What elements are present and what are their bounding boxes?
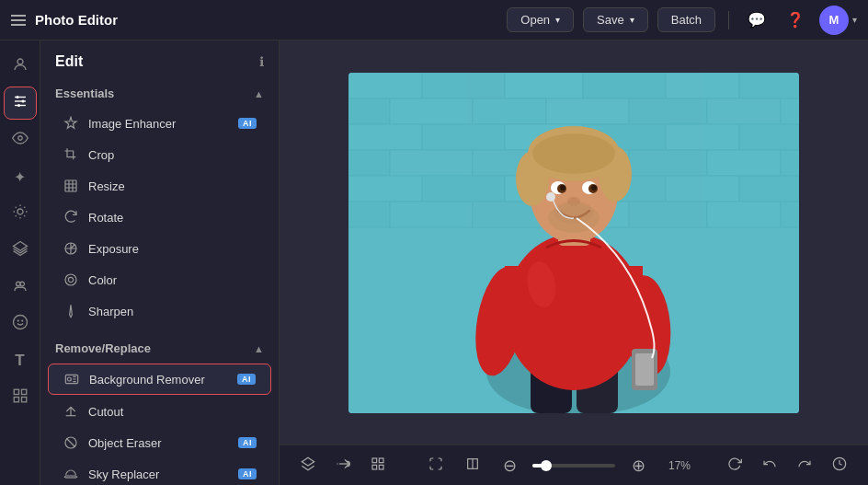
zoom-in-button[interactable]: ⊕	[624, 452, 652, 479]
svg-rect-18	[14, 398, 18, 402]
essentials-section-header[interactable]: Essentials ▲	[40, 79, 279, 108]
icon-bar-text-button[interactable]: T	[4, 344, 37, 377]
crop-icon	[63, 147, 79, 162]
save-chevron-icon: ▾	[630, 15, 634, 25]
batch-label: Batch	[671, 13, 702, 27]
sky-replacer-icon	[63, 467, 79, 481]
zoom-out-button[interactable]: ⊖	[496, 452, 523, 479]
svg-point-21	[65, 274, 76, 285]
svg-rect-62	[348, 202, 390, 227]
object-eraser-item[interactable]: Object Eraser AI	[48, 428, 271, 457]
resize-item[interactable]: Resize	[48, 171, 271, 201]
svg-rect-35	[739, 73, 799, 98]
history-button[interactable]	[826, 452, 853, 479]
person-icon	[12, 56, 29, 76]
svg-point-5	[21, 100, 24, 103]
menu-icon[interactable]	[11, 15, 26, 26]
expand-button[interactable]	[422, 452, 450, 479]
chat-icon-button[interactable]: 💬	[742, 6, 771, 35]
crop-item[interactable]: Crop	[48, 140, 271, 169]
object-eraser-icon	[63, 435, 79, 450]
icon-bar-layers-button[interactable]	[4, 234, 37, 267]
refresh-button[interactable]	[721, 452, 748, 479]
icon-bar-export-button[interactable]	[4, 381, 37, 414]
icon-bar-eye-button[interactable]	[4, 123, 37, 156]
sharpen-item[interactable]: Sharpen	[48, 296, 271, 326]
icon-bar-effects-button[interactable]	[4, 197, 37, 230]
batch-button[interactable]: Batch	[657, 7, 715, 32]
sky-replacer-item[interactable]: Sky Replacer AI	[48, 459, 271, 485]
resize-label: Resize	[88, 179, 257, 193]
exposure-item[interactable]: Exposure	[48, 234, 271, 263]
icon-bar-person-button[interactable]	[4, 50, 37, 83]
svg-rect-32	[505, 73, 583, 98]
icon-bar-sparkle-button[interactable]: ✦	[4, 160, 37, 193]
svg-rect-17	[21, 398, 26, 402]
save-label: Save	[597, 13, 624, 27]
effects-icon	[12, 203, 29, 224]
canvas-area: ⊖ ⊕ 17%	[280, 40, 868, 485]
svg-rect-67	[707, 202, 781, 227]
svg-rect-100	[379, 465, 383, 469]
zoom-slider[interactable]	[532, 464, 615, 468]
open-chevron-icon: ▾	[555, 15, 560, 25]
canvas-image	[348, 73, 799, 413]
share-toolbar-button[interactable]	[329, 452, 357, 479]
help-icon-button[interactable]: ❓	[781, 6, 810, 35]
grid-toolbar-icon	[371, 456, 385, 474]
info-icon[interactable]: ℹ	[259, 54, 264, 69]
open-button[interactable]: Open ▾	[507, 7, 574, 32]
bottom-toolbar-left	[294, 452, 392, 479]
remove-replace-label: Remove/Replace	[55, 341, 151, 355]
icon-bar-face-button[interactable]	[4, 307, 37, 341]
svg-rect-40	[629, 98, 707, 124]
side-panel: Edit ℹ Essentials ▲ Image Enhancer AI Cr	[40, 40, 280, 485]
export-icon	[12, 387, 29, 408]
icon-bar-adjustments-button[interactable]	[4, 87, 37, 120]
open-label: Open	[520, 13, 550, 27]
background-remover-label: Background Remover	[89, 373, 228, 387]
face-icon	[12, 314, 29, 334]
avatar: M	[819, 6, 849, 35]
zoom-thumb[interactable]	[541, 460, 552, 471]
svg-rect-49	[348, 150, 390, 176]
icon-bar-group-button[interactable]	[4, 271, 37, 304]
svg-rect-57	[422, 176, 505, 202]
avatar-wrapper[interactable]: M ▾	[819, 6, 857, 35]
share-toolbar-icon	[336, 456, 350, 474]
object-eraser-ai-badge: AI	[238, 437, 257, 448]
layers-icon	[12, 240, 29, 260]
grid-toolbar-button[interactable]	[364, 452, 392, 479]
remove-replace-section-header[interactable]: Remove/Replace ▲	[40, 334, 279, 363]
svg-point-25	[67, 377, 71, 381]
svg-rect-16	[21, 389, 26, 394]
layers-toolbar-icon	[301, 456, 315, 474]
image-enhancer-item[interactable]: Image Enhancer AI	[48, 109, 271, 138]
rotate-label: Rotate	[88, 211, 257, 225]
object-eraser-label: Object Eraser	[88, 436, 229, 450]
refresh-icon	[727, 456, 742, 474]
rotate-item[interactable]: Rotate	[48, 202, 271, 232]
redo-button[interactable]	[791, 452, 818, 479]
crop-ratio-button[interactable]	[459, 452, 486, 479]
svg-rect-61	[739, 176, 799, 202]
app-title: Photo Editor	[35, 12, 118, 28]
text-icon: T	[15, 352, 24, 370]
save-button[interactable]: Save ▾	[583, 7, 648, 32]
cutout-item[interactable]: Cutout	[48, 397, 271, 426]
svg-point-11	[20, 282, 25, 286]
svg-rect-56	[348, 176, 422, 202]
layers-toolbar-button[interactable]	[294, 452, 322, 479]
svg-rect-73	[505, 266, 643, 349]
zoom-value: 17%	[661, 459, 691, 472]
svg-rect-50	[390, 150, 473, 176]
remove-replace-chevron-icon: ▲	[254, 343, 264, 354]
undo-button[interactable]	[756, 452, 783, 479]
bottom-toolbar: ⊖ ⊕ 17%	[280, 445, 868, 485]
color-item[interactable]: Color	[48, 265, 271, 294]
exposure-icon	[63, 241, 79, 256]
canvas-viewport[interactable]	[280, 40, 868, 445]
svg-rect-54	[707, 150, 781, 176]
sharpen-label: Sharpen	[88, 305, 257, 318]
background-remover-item[interactable]: Background Remover AI	[48, 364, 271, 395]
